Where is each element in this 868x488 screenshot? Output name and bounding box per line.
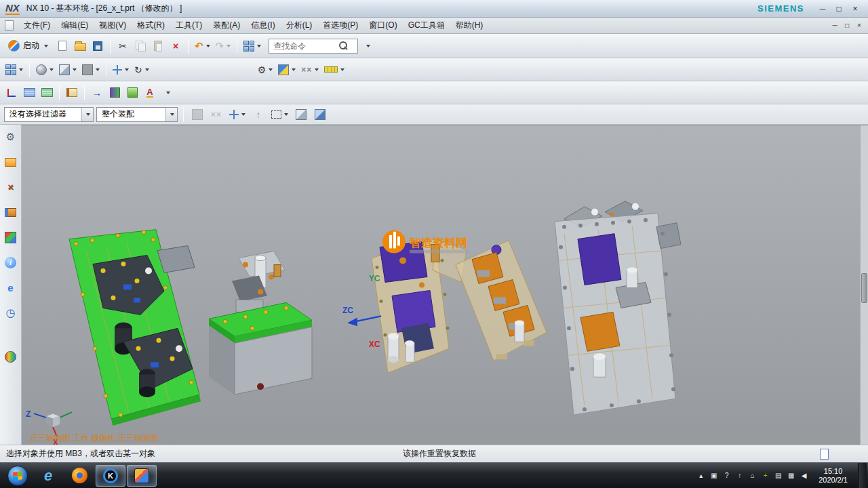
dropdown-arrow-icon[interactable] (292, 68, 296, 71)
fixture-assembly-1[interactable] (69, 230, 201, 426)
selection-filter-combobox[interactable]: 没有选择过滤器 (4, 107, 94, 122)
maximize-button[interactable]: □ (831, 4, 846, 14)
find-command-dropdown-button[interactable] (359, 37, 376, 55)
snap-point-button[interactable]: ×× (299, 61, 321, 79)
general-selection-filter-button[interactable] (189, 106, 205, 123)
nx-taskbar-button[interactable] (127, 465, 157, 487)
show-desktop-button[interactable] (858, 463, 867, 488)
browser-taskbar-button[interactable]: e (33, 465, 63, 487)
dropdown-arrow-icon[interactable] (226, 45, 231, 47)
menu-tools[interactable]: 工具(T) (170, 18, 208, 33)
history-button[interactable]: ◷ (3, 306, 18, 319)
dropdown-arrow-icon[interactable] (206, 45, 210, 47)
assembly-navigator-button[interactable] (3, 155, 18, 169)
fit-window-button[interactable] (3, 61, 25, 79)
cut-button[interactable]: ✂ (115, 37, 131, 55)
menu-information[interactable]: 信息(I) (245, 18, 280, 33)
paste-button[interactable] (150, 37, 166, 55)
hidden-icons-button[interactable]: ▴ (696, 472, 705, 479)
dropdown-arrow-icon[interactable] (145, 68, 149, 71)
document-close-button[interactable]: × (853, 22, 865, 29)
graphics-window[interactable]: 智造资料网 ZC YC XC (22, 125, 868, 445)
menu-help[interactable]: 帮助(H) (450, 18, 489, 33)
pan-view-button[interactable] (111, 61, 131, 79)
reuse-library-button[interactable] (3, 230, 18, 244)
menu-edit[interactable]: 编辑(E) (56, 18, 94, 33)
dropdown-arrow-icon[interactable] (19, 68, 23, 71)
copy-button[interactable] (132, 37, 149, 55)
dropdown-arrow-icon[interactable] (125, 68, 129, 71)
scrollbar-thumb[interactable] (861, 273, 867, 303)
fixture-assembly-4[interactable] (456, 241, 547, 361)
dropdown-arrow-icon[interactable] (269, 68, 273, 71)
rectangle-select-button[interactable] (269, 106, 290, 123)
constraint-navigator-button[interactable]: × (3, 180, 18, 194)
menu-assemblies[interactable]: 装配(A) (208, 18, 245, 33)
combo-dropdown-button[interactable] (165, 108, 177, 121)
hd3d-tools-button[interactable]: i (3, 256, 18, 269)
tray-help-icon[interactable]: ? (722, 472, 731, 479)
open-button[interactable] (72, 37, 88, 55)
find-command-input[interactable] (273, 41, 338, 51)
windows-start-button[interactable] (7, 466, 28, 486)
measure-button[interactable] (322, 61, 347, 79)
fixture-assembly-2[interactable] (209, 251, 312, 395)
k-app-taskbar-button[interactable]: K (96, 465, 125, 487)
tray-keyboard-icon[interactable]: ▤ (774, 472, 783, 479)
redo-button[interactable]: ↷ (214, 37, 233, 55)
undo-button[interactable]: ↶ (193, 37, 212, 55)
status-document-icon[interactable] (820, 449, 829, 460)
new-button[interactable] (54, 37, 71, 55)
datum-csys-button[interactable] (3, 84, 20, 102)
visualization-preferences-button[interactable]: ⚙ (256, 61, 275, 79)
dropdown-arrow-icon[interactable] (315, 68, 319, 71)
fixture-assembly-5[interactable] (555, 201, 681, 415)
part-navigator-button[interactable] (3, 205, 18, 219)
taskbar-clock[interactable]: 15:10 2020/2/1 (812, 467, 854, 485)
utility-dropdown-button[interactable] (159, 84, 176, 102)
minimize-button[interactable]: ─ (815, 4, 830, 14)
move-to-layer-button[interactable] (39, 84, 55, 102)
document-minimize-button[interactable]: ─ (829, 22, 841, 29)
snap-enable-button[interactable]: ×× (208, 106, 224, 123)
tray-safety-icon[interactable]: + (761, 472, 770, 479)
start-menu-button[interactable]: 启动 (3, 37, 53, 55)
delete-button[interactable]: × (167, 37, 184, 55)
resource-options-button[interactable]: ⚙ (3, 130, 18, 144)
window-layout-button[interactable] (241, 37, 263, 55)
view-orientation-button[interactable] (57, 61, 79, 79)
close-button[interactable]: × (848, 4, 863, 14)
menu-preferences[interactable]: 首选项(P) (317, 18, 363, 33)
dropdown-arrow-icon[interactable] (284, 113, 288, 116)
menu-view[interactable]: 视图(V) (94, 18, 132, 33)
rotate-view-button[interactable]: ↻ (132, 61, 151, 79)
search-icon[interactable] (338, 41, 349, 51)
annotation-button[interactable]: A (142, 84, 158, 102)
export-button[interactable] (124, 84, 140, 102)
object-display-button[interactable] (276, 61, 298, 79)
tray-volume-icon[interactable]: ◀ (800, 472, 808, 479)
selection-scope-combobox[interactable]: 整个装配 (96, 107, 178, 122)
move-up-button[interactable]: ↑ (250, 106, 267, 123)
wave-geometry-button[interactable] (106, 84, 123, 102)
add-to-selection-button[interactable] (227, 106, 248, 123)
tray-network-icon[interactable]: ▦ (787, 472, 795, 479)
internet-explorer-button[interactable]: e (3, 281, 18, 294)
find-command-box[interactable] (269, 39, 358, 54)
combo-dropdown-button[interactable] (81, 108, 93, 121)
dropdown-arrow-icon[interactable] (50, 68, 54, 71)
journal-button[interactable] (64, 84, 80, 102)
dropdown-arrow-icon[interactable] (340, 68, 344, 71)
menu-format[interactable]: 格式(R) (132, 18, 170, 33)
roles-button[interactable] (3, 350, 18, 363)
dropdown-arrow-icon[interactable] (73, 68, 77, 71)
tray-home-icon[interactable]: ⌂ (748, 472, 757, 479)
save-button[interactable] (90, 37, 106, 55)
dropdown-arrow-icon[interactable] (96, 68, 100, 71)
vertical-scrollbar[interactable] (860, 125, 868, 445)
tray-display-icon[interactable]: ▣ (709, 472, 718, 479)
fixture-assembly-3[interactable] (372, 239, 467, 373)
import-part-button[interactable]: → (89, 84, 105, 102)
background-button[interactable] (80, 61, 102, 79)
menu-window[interactable]: 窗口(O) (363, 18, 402, 33)
